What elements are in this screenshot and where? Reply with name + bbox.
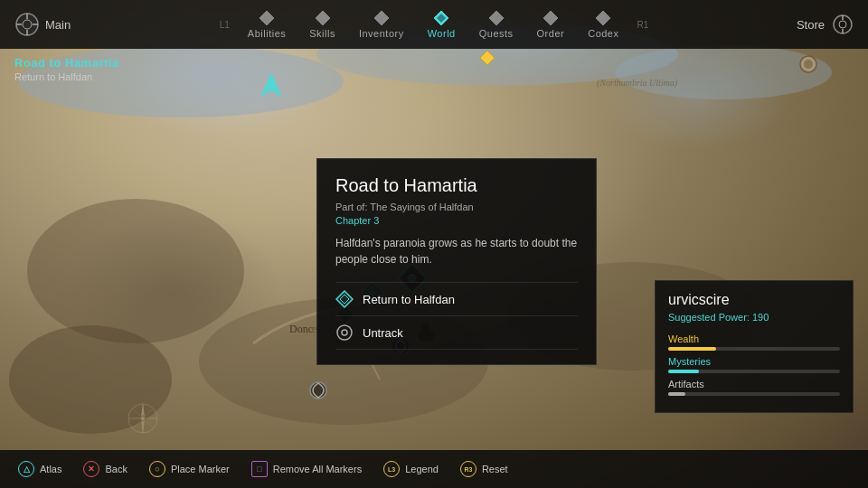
atlas-action[interactable]: △ Atlas [18,461,61,477]
nav-left: Main [14,12,105,37]
place-marker-label: Place Marker [171,464,230,474]
quest-chapter: Chapter 3 [335,215,578,226]
atlas-button[interactable]: △ [18,461,34,477]
remove-markers-button[interactable]: □ [251,461,268,477]
map-marker-collectible [479,50,495,70]
atlas-label: Atlas [40,464,61,474]
nav-order[interactable]: Order [528,6,574,42]
top-navigation: Main L1 Abilities Skills Inventory [0,0,868,49]
stat-artifacts-label: Artifacts [668,379,840,389]
stat-wealth: Wealth [668,333,840,351]
nav-quests[interactable]: Quests [470,6,523,42]
quest-description: Halfdan's paranoia grows as he starts to… [335,235,578,267]
place-marker-button[interactable]: ○ [149,461,165,477]
store-icon [832,14,854,35]
nav-world-label: World [428,28,456,39]
legend-button[interactable]: L3 [383,461,400,477]
svg-marker-54 [141,420,145,433]
r1-hint: R1 [637,20,648,30]
remove-markers-action[interactable]: □ Remove All Markers [251,461,362,477]
back-button[interactable]: ✕ [83,461,99,477]
nav-codex-label: Codex [588,28,618,39]
svg-text:Donc: Donc [289,323,313,335]
svg-marker-37 [489,11,504,25]
quest-region-label: Road to Hamartia [14,56,119,70]
nav-abilities[interactable]: Abilities [239,6,295,42]
reset-label: Reset [482,464,508,474]
quest-track-icon [335,290,354,308]
stat-wealth-bar-fill [668,347,716,351]
nav-world[interactable]: World [419,6,465,42]
stat-artifacts-bar-bg [668,392,840,396]
quest-untrack-icon [335,324,354,342]
reset-button[interactable]: R3 [460,461,476,477]
stat-wealth-label: Wealth [668,333,840,344]
map-marker-knot2 [307,380,329,405]
quest-action-track[interactable]: Return to Halfdan [335,282,578,315]
svg-point-47 [342,330,347,335]
nav-skills-label: Skills [309,28,335,39]
quest-part-of: Part of: The Sayings of Halfdan [335,202,578,212]
svg-marker-34 [374,11,389,25]
nav-order-label: Order [537,28,565,39]
reset-action[interactable]: R3 Reset [460,461,508,477]
nav-right: Store [763,14,854,35]
svg-marker-33 [316,11,330,25]
svg-marker-39 [596,11,610,25]
svg-marker-32 [259,11,274,25]
nav-abilities-label: Abilities [248,28,286,39]
svg-point-46 [337,325,352,340]
svg-point-55 [141,417,145,420]
quest-subtext-label: Return to Halfdan [14,71,119,82]
svg-point-12 [804,60,813,69]
l1-hint: L1 [220,20,230,30]
compass-rose [127,402,159,438]
stat-wealth-bar-bg [668,347,840,351]
stat-mysteries-bar-bg [668,370,840,373]
quest-breadcrumb: Road to Hamartia Return to Halfdan [14,56,119,82]
bottom-navigation: △ Atlas ✕ Back ○ Place Marker □ Remove A… [0,450,868,488]
main-label: Main [45,18,71,32]
nav-center: L1 Abilities Skills Inventory [105,6,763,42]
back-action[interactable]: ✕ Back [83,461,127,477]
place-marker-action[interactable]: ○ Place Marker [149,461,230,477]
nav-codex[interactable]: Codex [579,6,627,42]
stat-artifacts: Artifacts [668,379,840,396]
region-panel: urvicscire Suggested Power: 190 Wealth M… [655,280,854,413]
region-name: urvicscire [668,292,840,308]
nav-quests-label: Quests [479,28,514,39]
nav-inventory-label: Inventory [359,28,404,39]
quest-popup: Road to Hamartia Part of: The Sayings of… [316,158,597,365]
map-marker-region [798,54,818,78]
svg-marker-38 [543,11,558,25]
quest-untrack-label: Untrack [363,326,403,340]
teal-arrow-marker [260,72,282,101]
svg-point-3 [27,199,244,343]
svg-marker-44 [336,291,353,307]
stat-mysteries-bar-fill [668,370,699,373]
remove-markers-label: Remove All Markers [273,464,362,474]
quest-title: Road to Hamartia [335,175,578,196]
region-power: Suggested Power: 190 [668,312,840,323]
legend-label: Legend [405,464,439,474]
svg-marker-53 [141,404,145,417]
stat-mysteries-label: Mysteries [668,356,840,367]
svg-marker-10 [260,72,282,98]
stat-mysteries: Mysteries [668,356,840,373]
main-icon [14,12,40,37]
nav-inventory[interactable]: Inventory [350,6,413,42]
quest-action-untrack[interactable]: Untrack [335,315,578,350]
store-label: Store [797,18,825,32]
svg-point-41 [839,21,846,28]
legend-action[interactable]: L3 Legend [383,461,439,477]
quest-track-label: Return to Halfdan [363,293,455,306]
back-label: Back [105,464,127,474]
stat-artifacts-bar-fill [668,392,685,396]
nav-skills[interactable]: Skills [300,6,344,42]
svg-text:(Northumbria Ultima): (Northumbria Ultima) [597,78,678,89]
